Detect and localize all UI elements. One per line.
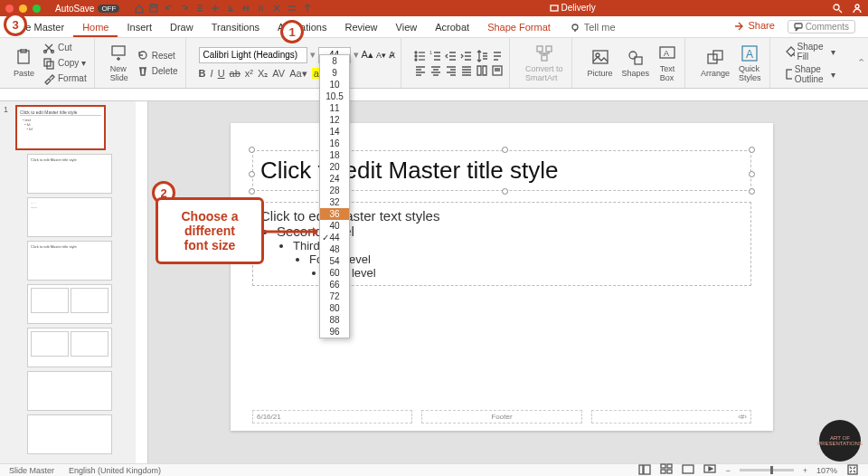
qat-icon[interactable]	[257, 4, 267, 14]
size-option[interactable]: 20	[320, 161, 349, 173]
subscript-button[interactable]: x²	[245, 68, 253, 79]
slidenum-placeholder[interactable]: ‹#›	[591, 410, 751, 424]
align-text-button[interactable]	[491, 64, 504, 76]
bullets-button[interactable]	[414, 50, 427, 62]
increase-indent-button[interactable]	[460, 50, 473, 62]
qat-icon[interactable]	[288, 4, 297, 14]
view-reading-button[interactable]	[682, 463, 694, 477]
clear-format-button[interactable]: A̷	[389, 50, 395, 60]
layout-thumbnail[interactable]	[27, 371, 112, 411]
font-dropdown-arrow[interactable]: ▾	[310, 49, 316, 61]
italic-button[interactable]: I	[211, 68, 213, 79]
format-painter-button[interactable]: Format	[41, 71, 89, 86]
user-icon[interactable]	[852, 3, 863, 14]
tab-transitions[interactable]: Transitions	[203, 16, 269, 37]
zoom-slider[interactable]	[740, 469, 794, 471]
zoom-in-button[interactable]: +	[803, 466, 807, 475]
tab-review[interactable]: Review	[335, 16, 386, 37]
fit-to-window-button[interactable]	[846, 463, 859, 477]
align-right-button[interactable]	[445, 64, 458, 76]
tab-home[interactable]: Home	[73, 16, 118, 37]
line-spacing-button[interactable]	[476, 50, 488, 62]
size-option[interactable]: 72	[320, 290, 349, 302]
shrink-font-button[interactable]: A▾	[376, 51, 386, 60]
date-placeholder[interactable]: 6/16/21	[252, 410, 412, 424]
qat-icon[interactable]	[272, 4, 282, 14]
comments-button[interactable]: Comments	[788, 20, 855, 33]
convert-smartart-button[interactable]: Convert to SmartArt	[523, 44, 566, 82]
tab-view[interactable]: View	[387, 16, 427, 37]
size-dropdown-arrow[interactable]: ▾	[354, 49, 359, 61]
minimize-window-button[interactable]	[19, 5, 27, 13]
collapse-ribbon-button[interactable]: ⌃	[850, 57, 868, 69]
save-icon[interactable]	[149, 4, 159, 14]
size-option[interactable]: 54	[320, 255, 349, 267]
undo-icon[interactable]	[165, 4, 175, 14]
autosave-toggle[interactable]: AutoSave OFF	[55, 4, 119, 14]
footer-placeholder[interactable]: Footer	[421, 410, 581, 424]
size-option[interactable]: 8	[320, 55, 349, 67]
align-left-button[interactable]	[414, 64, 427, 76]
size-option[interactable]: 10	[320, 79, 349, 90]
status-language[interactable]: English (United Kingdom)	[69, 466, 161, 475]
size-option[interactable]: 18	[320, 149, 349, 161]
size-option[interactable]: 28	[320, 185, 349, 196]
new-slide-button[interactable]: New Slide	[108, 44, 131, 82]
size-option[interactable]: 11	[320, 102, 349, 114]
tab-acrobat[interactable]: Acrobat	[426, 16, 478, 37]
size-option[interactable]: 60	[320, 267, 349, 279]
master-slide-thumbnail[interactable]: Click to edit Master title style • text …	[15, 105, 106, 150]
size-option[interactable]: 48	[320, 243, 349, 255]
columns-button[interactable]	[476, 64, 488, 76]
quick-styles-button[interactable]: AQuick Styles	[736, 44, 764, 82]
search-icon[interactable]	[832, 3, 843, 14]
slide[interactable]: Click to edit Master title style Click t…	[231, 123, 773, 431]
copy-button[interactable]: Copy ▾	[41, 56, 89, 71]
superscript-button[interactable]: X₂	[258, 68, 268, 80]
qat-icon[interactable]	[303, 4, 313, 14]
redo-icon[interactable]	[180, 4, 190, 14]
shapes-button[interactable]: Shapes	[619, 49, 653, 78]
underline-button[interactable]: U	[218, 68, 225, 79]
picture-button[interactable]: Picture	[585, 49, 616, 78]
shape-fill-button[interactable]: Shape Fill ▾	[783, 41, 838, 62]
maximize-window-button[interactable]	[33, 5, 41, 13]
justify-button[interactable]	[460, 64, 473, 76]
qat-icon[interactable]	[195, 4, 205, 14]
qat-icon[interactable]	[241, 4, 251, 14]
char-spacing-button[interactable]: AV	[272, 68, 285, 79]
zoom-out-button[interactable]: −	[725, 466, 730, 475]
text-direction-button[interactable]	[491, 50, 504, 62]
view-slideshow-button[interactable]	[703, 463, 716, 477]
size-option-current[interactable]: 44	[320, 232, 349, 243]
size-option[interactable]: 10.5	[320, 90, 349, 102]
view-sorter-button[interactable]	[660, 463, 673, 477]
numbering-button[interactable]: 1	[429, 50, 442, 62]
tell-me[interactable]: Tell me	[560, 16, 625, 37]
font-name-select[interactable]	[199, 47, 307, 63]
size-option[interactable]: 9	[320, 67, 349, 79]
size-option[interactable]: 88	[320, 314, 349, 326]
tab-draw[interactable]: Draw	[161, 16, 203, 37]
textbox-button[interactable]: AText Box	[656, 44, 679, 82]
qat-icon[interactable]	[226, 4, 236, 14]
share-button[interactable]: Share	[732, 20, 774, 33]
size-option[interactable]: 66	[320, 279, 349, 290]
reset-button[interactable]: Reset	[135, 48, 180, 62]
size-option[interactable]: 32	[320, 196, 349, 208]
cut-button[interactable]: Cut	[41, 41, 89, 55]
view-normal-button[interactable]	[638, 463, 651, 477]
layout-thumbnail[interactable]: · · ·~~~	[27, 197, 112, 237]
size-option[interactable]: 80	[320, 302, 349, 314]
size-option[interactable]: 96	[320, 326, 349, 338]
zoom-level[interactable]: 107%	[816, 466, 837, 475]
shape-outline-button[interactable]: Shape Outline ▾	[783, 63, 838, 85]
decrease-indent-button[interactable]	[445, 50, 458, 62]
size-option[interactable]: 40	[320, 220, 349, 232]
home-icon[interactable]	[134, 4, 144, 14]
size-option[interactable]: 16	[320, 138, 349, 149]
layout-thumbnail[interactable]	[27, 328, 112, 367]
delete-button[interactable]: Delete	[135, 63, 180, 78]
size-option[interactable]: 24	[320, 173, 349, 185]
size-option-hover[interactable]: 36	[320, 208, 349, 220]
